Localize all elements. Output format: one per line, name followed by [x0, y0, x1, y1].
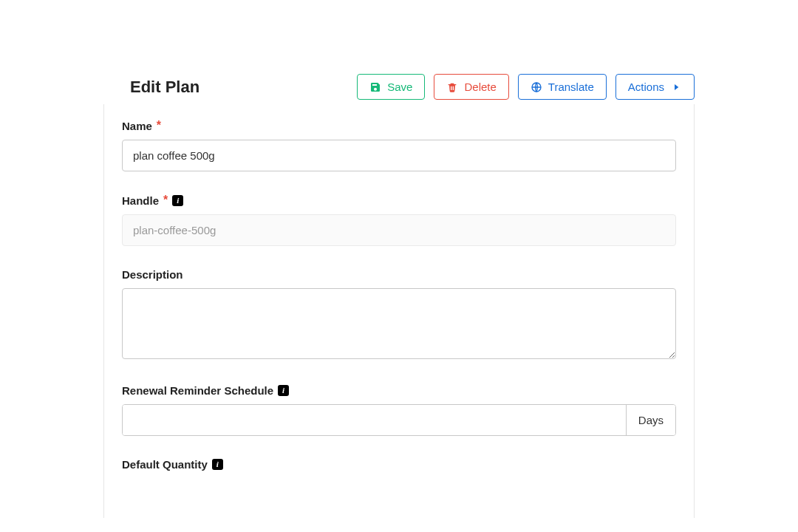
save-button-label: Save: [387, 81, 412, 93]
renewal-input[interactable]: [123, 405, 626, 435]
name-label: Name: [122, 120, 152, 132]
name-input[interactable]: [122, 140, 676, 171]
globe-icon: [531, 81, 542, 93]
translate-button[interactable]: Translate: [518, 74, 607, 100]
info-icon[interactable]: i: [172, 195, 183, 206]
info-icon[interactable]: i: [278, 385, 289, 396]
default-quantity-field-group: Default Quantity i: [122, 458, 676, 471]
description-label: Description: [122, 268, 183, 281]
info-icon[interactable]: i: [212, 459, 223, 470]
page-title: Edit Plan: [130, 78, 200, 97]
action-buttons: Save Delete Translate Actions: [357, 74, 695, 100]
trash-icon: [446, 81, 458, 93]
delete-button[interactable]: Delete: [434, 74, 508, 100]
required-marker: *: [163, 194, 168, 207]
handle-field-group: Handle * i: [122, 194, 676, 246]
save-button[interactable]: Save: [357, 74, 425, 100]
actions-button[interactable]: Actions: [615, 74, 695, 100]
renewal-label: Renewal Reminder Schedule: [122, 384, 273, 397]
caret-right-icon: [670, 81, 682, 93]
translate-button-label: Translate: [548, 81, 594, 93]
handle-label: Handle: [122, 194, 159, 207]
renewal-input-group: Days: [122, 404, 676, 436]
page-header: Edit Plan Save Delete Translate: [103, 74, 695, 100]
actions-button-label: Actions: [628, 81, 664, 93]
renewal-field-group: Renewal Reminder Schedule i Days: [122, 384, 676, 436]
save-icon: [369, 81, 381, 93]
form-panel: Name * Handle * i Description Renewal Re…: [103, 104, 695, 518]
handle-input[interactable]: [122, 214, 676, 246]
description-input[interactable]: [122, 288, 676, 359]
required-marker: *: [157, 119, 161, 132]
default-quantity-label: Default Quantity: [122, 458, 208, 471]
renewal-unit-addon: Days: [626, 405, 675, 435]
name-field-group: Name *: [122, 119, 676, 171]
delete-button-label: Delete: [464, 81, 496, 93]
description-field-group: Description: [122, 268, 676, 362]
